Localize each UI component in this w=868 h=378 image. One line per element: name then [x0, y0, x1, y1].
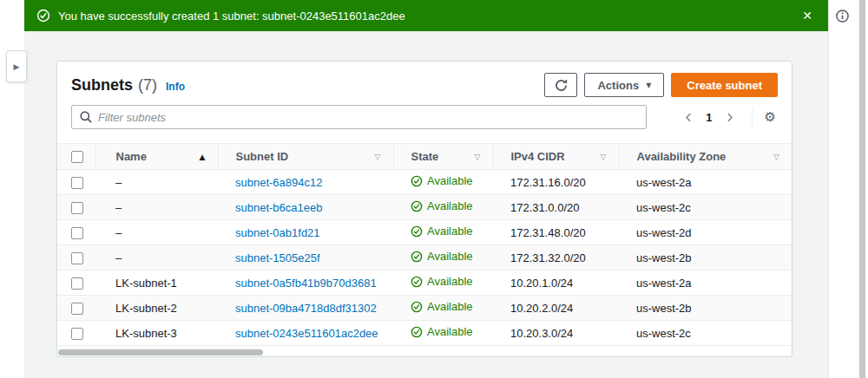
create-subnet-button[interactable]: Create subnet [671, 73, 778, 97]
status-text: Available [427, 300, 473, 313]
resource-count: (7) [138, 76, 157, 94]
column-header-name[interactable]: Name▲ [95, 144, 218, 170]
subnet-name: – [115, 251, 122, 264]
column-label: Availability Zone [637, 150, 727, 163]
table-row: LK-subnet-2subnet-09ba4718d8df31302Avail… [57, 296, 792, 321]
settings-gear-icon: ⚙ [765, 109, 776, 125]
column-header-subnet-id[interactable]: Subnet ID▽ [218, 144, 393, 170]
subnet-name: – [115, 176, 122, 189]
banner-close-button[interactable]: ✕ [799, 7, 816, 24]
success-check-icon [36, 9, 50, 23]
subnet-id-link[interactable]: subnet-6a894c12 [235, 176, 322, 189]
actions-button[interactable]: Actions ▼ [584, 73, 664, 97]
horizontal-scrollbar [58, 349, 791, 356]
ipv4-cidr: 10.20.3.0/24 [510, 327, 573, 340]
availability-zone: us-west-2b [636, 251, 692, 264]
search-icon [79, 110, 93, 124]
subnet-name: – [115, 201, 122, 214]
banner-message: You have successfully created 1 subnet: … [58, 10, 799, 23]
info-panel-button[interactable] [835, 9, 850, 26]
row-checkbox[interactable] [71, 177, 83, 189]
subnet-id-link[interactable]: subnet-0243e511601ac2dee [235, 327, 378, 340]
subnet-name: LK-subnet-2 [115, 302, 177, 315]
status-available-icon [411, 276, 423, 288]
panel-header: Subnets (7) Info Actions ▼ C [57, 62, 792, 105]
table-row: –subnet-b6ca1eebAvailable172.31.0.0/20us… [57, 195, 792, 220]
subnets-panel: Subnets (7) Info Actions ▼ C [56, 61, 792, 357]
status-available-icon [411, 175, 423, 187]
previous-page-button[interactable] [677, 109, 700, 126]
column-header-availability-zone[interactable]: Availability Zone▽ [619, 144, 792, 170]
status-text: Available [427, 250, 473, 263]
table-row: –subnet-0ab1fd21Available172.31.48.0/20u… [57, 220, 792, 245]
divider [752, 108, 753, 127]
status-text: Available [427, 174, 473, 187]
sort-descending-icon[interactable]: ▽ [475, 153, 481, 161]
actions-button-label: Actions [597, 79, 639, 92]
chevron-right-icon: ▶ [14, 62, 20, 71]
subnet-name: LK-subnet-1 [115, 277, 177, 290]
availability-zone: us-west-2a [636, 176, 692, 189]
current-page-number: 1 [706, 111, 712, 124]
availability-zone: us-west-2a [636, 277, 692, 290]
subnet-id-link[interactable]: subnet-0a5fb41b9b70d3681 [235, 277, 377, 290]
status-text: Available [427, 199, 473, 212]
column-header-state[interactable]: State▽ [393, 144, 493, 170]
table-row: LK-subnet-3subnet-0243e511601ac2deeAvail… [57, 321, 792, 346]
column-label: Name [116, 150, 147, 163]
vertical-scrollbar[interactable] [859, 0, 865, 378]
sort-descending-icon[interactable]: ▽ [375, 153, 381, 161]
status-available-icon [411, 225, 423, 238]
caret-down-icon: ▼ [646, 81, 651, 89]
sidebar-expand-toggle[interactable]: ▶ [6, 50, 27, 82]
sort-descending-icon[interactable]: ▽ [773, 153, 779, 161]
subnet-name: LK-subnet-3 [115, 327, 177, 340]
table-header-row: Name▲Subnet ID▽State▽IPv4 CIDR▽Availabil… [57, 144, 792, 170]
next-page-button[interactable] [718, 109, 741, 126]
availability-zone: us-west-2b [636, 302, 692, 315]
info-icon [835, 9, 850, 23]
sort-ascending-icon[interactable]: ▲ [200, 153, 206, 161]
ipv4-cidr: 172.31.16.0/20 [510, 176, 586, 189]
column-label: State [411, 150, 439, 163]
filter-row: 1 ⚙ [57, 105, 792, 129]
horizontal-scrollbar-thumb[interactable] [58, 349, 263, 355]
subnet-id-link[interactable]: subnet-09ba4718d8df31302 [235, 302, 377, 315]
success-banner: You have successfully created 1 subnet: … [24, 0, 828, 31]
subnet-id-link[interactable]: subnet-1505e25f [235, 251, 320, 264]
column-header-ipv4-cidr[interactable]: IPv4 CIDR▽ [493, 144, 619, 170]
right-rail [830, 0, 868, 378]
row-checkbox[interactable] [71, 202, 83, 214]
status-text: Available [427, 325, 473, 338]
availability-zone: us-west-2c [636, 327, 691, 340]
select-all-checkbox[interactable] [71, 151, 83, 163]
ipv4-cidr: 10.20.2.0/24 [510, 302, 573, 315]
sort-descending-icon[interactable]: ▽ [601, 153, 607, 161]
ipv4-cidr: 10.20.1.0/24 [510, 277, 573, 290]
page-title: Subnets [71, 76, 133, 94]
settings-button[interactable]: ⚙ [763, 109, 778, 126]
subnets-table: Name▲Subnet ID▽State▽IPv4 CIDR▽Availabil… [57, 143, 792, 346]
status-available-icon [411, 200, 423, 212]
pagination: 1 ⚙ [677, 108, 778, 127]
status-text: Available [427, 275, 473, 288]
table-row: LK-subnet-1subnet-0a5fb41b9b70d3681Avail… [57, 270, 792, 296]
status-available-icon [411, 301, 423, 313]
row-checkbox[interactable] [71, 227, 83, 239]
refresh-button[interactable] [544, 73, 577, 97]
table-row: –subnet-6a894c12Available172.31.16.0/20u… [57, 170, 792, 195]
subnet-id-link[interactable]: subnet-0ab1fd21 [235, 226, 320, 239]
chevron-right-icon [723, 111, 736, 124]
row-checkbox[interactable] [71, 328, 83, 340]
row-checkbox[interactable] [71, 277, 83, 290]
filter-subnets-input[interactable] [71, 105, 647, 129]
subnet-id-link[interactable]: subnet-b6ca1eeb [235, 201, 322, 214]
column-label: Subnet ID [236, 150, 289, 163]
availability-zone: us-west-2c [636, 201, 691, 214]
ipv4-cidr: 172.31.32.0/20 [510, 251, 586, 264]
info-link[interactable]: Info [166, 81, 185, 93]
row-checkbox[interactable] [71, 303, 83, 315]
chevron-left-icon [682, 111, 695, 124]
row-checkbox[interactable] [71, 252, 83, 264]
table-row: –subnet-1505e25fAvailable172.31.32.0/20u… [57, 245, 792, 270]
